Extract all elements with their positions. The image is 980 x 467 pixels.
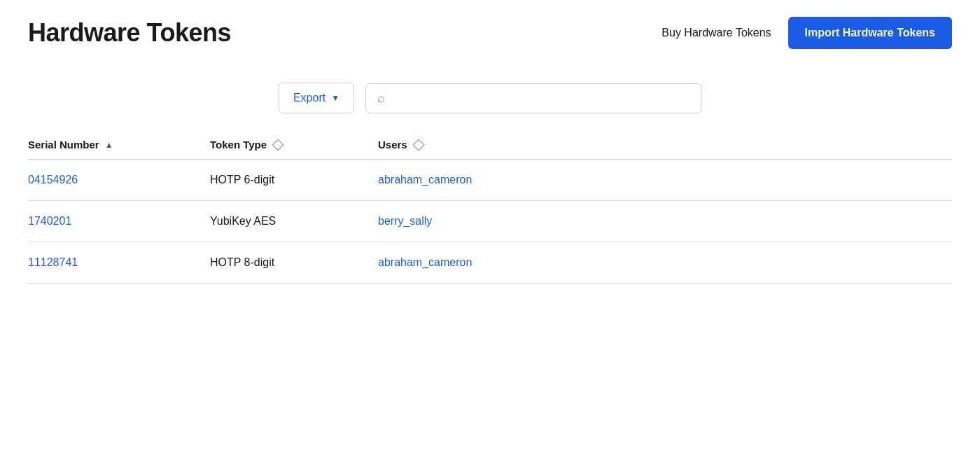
filter-users-icon[interactable] xyxy=(412,139,424,151)
toolbar: Export ▼ ⌕ xyxy=(0,66,980,130)
user-link[interactable]: abraham_cameron xyxy=(378,256,472,268)
table-row: 1740201 YubiKey AES berry_sally xyxy=(28,201,952,242)
serial-number-link[interactable]: 04154926 xyxy=(28,174,78,186)
serial-number-link[interactable]: 1740201 xyxy=(28,215,71,227)
page-header: Hardware Tokens Buy Hardware Tokens Impo… xyxy=(0,0,980,66)
import-hardware-tokens-button[interactable]: Import Hardware Tokens xyxy=(788,17,952,49)
table-header: Serial Number ▲ Token Type Users xyxy=(28,130,952,160)
col-header-serial-number: Serial Number ▲ xyxy=(28,139,210,151)
user-link[interactable]: berry_sally xyxy=(378,215,432,227)
sort-asc-icon[interactable]: ▲ xyxy=(105,140,113,150)
table-container: Serial Number ▲ Token Type Users 0415492… xyxy=(0,130,980,284)
search-container: ⌕ xyxy=(365,83,701,113)
page-title: Hardware Tokens xyxy=(28,18,231,48)
search-input[interactable] xyxy=(392,92,690,104)
col-serial-number-label: Serial Number xyxy=(28,139,99,151)
chevron-down-icon: ▼ xyxy=(331,93,340,103)
export-label: Export xyxy=(293,92,326,104)
token-type-cell: HOTP 6-digit xyxy=(210,174,274,186)
table-row: 11128741 HOTP 8-digit abraham_cameron xyxy=(28,242,952,284)
search-icon: ⌕ xyxy=(377,91,385,106)
user-link[interactable]: abraham_cameron xyxy=(378,174,472,186)
header-actions: Buy Hardware Tokens Import Hardware Toke… xyxy=(662,17,952,49)
export-button[interactable]: Export ▼ xyxy=(279,83,354,113)
buy-hardware-tokens-link[interactable]: Buy Hardware Tokens xyxy=(662,27,771,39)
table-body: 04154926 HOTP 6-digit abraham_cameron 17… xyxy=(28,160,952,284)
token-type-cell: YubiKey AES xyxy=(210,215,276,227)
serial-number-link[interactable]: 11128741 xyxy=(28,256,78,268)
col-token-type-label: Token Type xyxy=(210,139,267,151)
col-header-token-type: Token Type xyxy=(210,139,378,151)
table-row: 04154926 HOTP 6-digit abraham_cameron xyxy=(28,160,952,201)
col-header-users: Users xyxy=(378,139,952,151)
filter-token-type-icon[interactable] xyxy=(272,139,284,151)
token-type-cell: HOTP 8-digit xyxy=(210,256,274,268)
col-users-label: Users xyxy=(378,139,407,151)
